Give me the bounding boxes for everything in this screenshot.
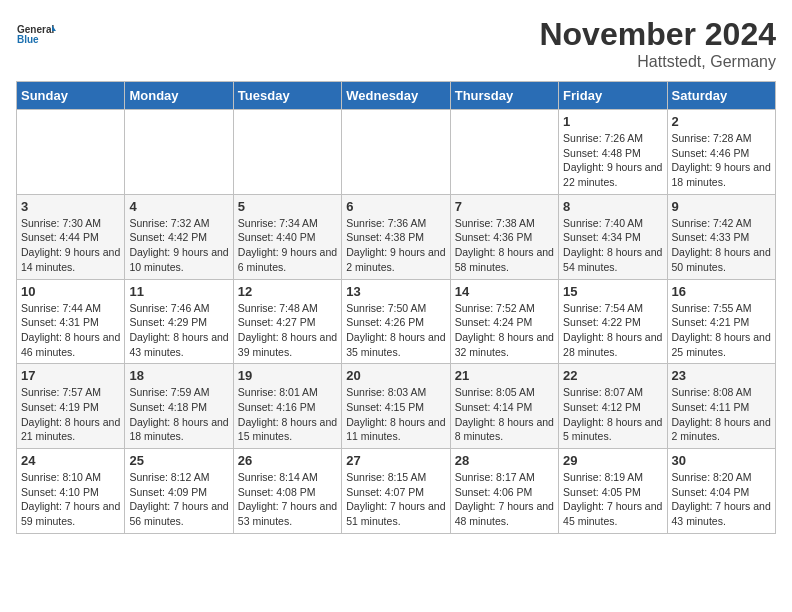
day-number: 28 — [455, 453, 554, 468]
calendar-cell: 5Sunrise: 7:34 AM Sunset: 4:40 PM Daylig… — [233, 194, 341, 279]
svg-text:Blue: Blue — [17, 34, 39, 45]
calendar-cell: 30Sunrise: 8:20 AM Sunset: 4:04 PM Dayli… — [667, 449, 775, 534]
day-number: 7 — [455, 199, 554, 214]
calendar-cell: 15Sunrise: 7:54 AM Sunset: 4:22 PM Dayli… — [559, 279, 667, 364]
calendar-cell: 17Sunrise: 7:57 AM Sunset: 4:19 PM Dayli… — [17, 364, 125, 449]
calendar-cell: 21Sunrise: 8:05 AM Sunset: 4:14 PM Dayli… — [450, 364, 558, 449]
day-info: Sunrise: 7:50 AM Sunset: 4:26 PM Dayligh… — [346, 301, 445, 360]
day-info: Sunrise: 7:26 AM Sunset: 4:48 PM Dayligh… — [563, 131, 662, 190]
day-number: 18 — [129, 368, 228, 383]
day-info: Sunrise: 7:38 AM Sunset: 4:36 PM Dayligh… — [455, 216, 554, 275]
day-info: Sunrise: 8:05 AM Sunset: 4:14 PM Dayligh… — [455, 385, 554, 444]
day-info: Sunrise: 7:42 AM Sunset: 4:33 PM Dayligh… — [672, 216, 771, 275]
day-info: Sunrise: 8:07 AM Sunset: 4:12 PM Dayligh… — [563, 385, 662, 444]
day-number: 17 — [21, 368, 120, 383]
day-info: Sunrise: 7:55 AM Sunset: 4:21 PM Dayligh… — [672, 301, 771, 360]
day-number: 9 — [672, 199, 771, 214]
calendar-cell: 3Sunrise: 7:30 AM Sunset: 4:44 PM Daylig… — [17, 194, 125, 279]
calendar-cell: 6Sunrise: 7:36 AM Sunset: 4:38 PM Daylig… — [342, 194, 450, 279]
month-title: November 2024 — [539, 16, 776, 53]
calendar-cell: 24Sunrise: 8:10 AM Sunset: 4:10 PM Dayli… — [17, 449, 125, 534]
col-header-friday: Friday — [559, 82, 667, 110]
calendar-cell: 23Sunrise: 8:08 AM Sunset: 4:11 PM Dayli… — [667, 364, 775, 449]
calendar-cell — [450, 110, 558, 195]
day-info: Sunrise: 7:32 AM Sunset: 4:42 PM Dayligh… — [129, 216, 228, 275]
day-info: Sunrise: 7:36 AM Sunset: 4:38 PM Dayligh… — [346, 216, 445, 275]
day-info: Sunrise: 8:01 AM Sunset: 4:16 PM Dayligh… — [238, 385, 337, 444]
day-number: 27 — [346, 453, 445, 468]
day-info: Sunrise: 8:03 AM Sunset: 4:15 PM Dayligh… — [346, 385, 445, 444]
day-number: 14 — [455, 284, 554, 299]
day-info: Sunrise: 8:12 AM Sunset: 4:09 PM Dayligh… — [129, 470, 228, 529]
day-info: Sunrise: 8:10 AM Sunset: 4:10 PM Dayligh… — [21, 470, 120, 529]
day-number: 29 — [563, 453, 662, 468]
day-number: 21 — [455, 368, 554, 383]
calendar-cell: 10Sunrise: 7:44 AM Sunset: 4:31 PM Dayli… — [17, 279, 125, 364]
calendar-cell: 4Sunrise: 7:32 AM Sunset: 4:42 PM Daylig… — [125, 194, 233, 279]
day-info: Sunrise: 7:54 AM Sunset: 4:22 PM Dayligh… — [563, 301, 662, 360]
day-info: Sunrise: 7:52 AM Sunset: 4:24 PM Dayligh… — [455, 301, 554, 360]
day-info: Sunrise: 8:14 AM Sunset: 4:08 PM Dayligh… — [238, 470, 337, 529]
day-number: 5 — [238, 199, 337, 214]
day-info: Sunrise: 8:08 AM Sunset: 4:11 PM Dayligh… — [672, 385, 771, 444]
calendar-cell: 16Sunrise: 7:55 AM Sunset: 4:21 PM Dayli… — [667, 279, 775, 364]
calendar-cell: 28Sunrise: 8:17 AM Sunset: 4:06 PM Dayli… — [450, 449, 558, 534]
calendar-cell: 7Sunrise: 7:38 AM Sunset: 4:36 PM Daylig… — [450, 194, 558, 279]
day-number: 15 — [563, 284, 662, 299]
col-header-tuesday: Tuesday — [233, 82, 341, 110]
day-number: 20 — [346, 368, 445, 383]
day-info: Sunrise: 7:48 AM Sunset: 4:27 PM Dayligh… — [238, 301, 337, 360]
calendar-cell: 19Sunrise: 8:01 AM Sunset: 4:16 PM Dayli… — [233, 364, 341, 449]
day-number: 19 — [238, 368, 337, 383]
calendar-cell: 9Sunrise: 7:42 AM Sunset: 4:33 PM Daylig… — [667, 194, 775, 279]
day-info: Sunrise: 7:46 AM Sunset: 4:29 PM Dayligh… — [129, 301, 228, 360]
day-info: Sunrise: 7:34 AM Sunset: 4:40 PM Dayligh… — [238, 216, 337, 275]
day-number: 1 — [563, 114, 662, 129]
col-header-thursday: Thursday — [450, 82, 558, 110]
day-number: 6 — [346, 199, 445, 214]
calendar-cell: 18Sunrise: 7:59 AM Sunset: 4:18 PM Dayli… — [125, 364, 233, 449]
day-info: Sunrise: 8:17 AM Sunset: 4:06 PM Dayligh… — [455, 470, 554, 529]
calendar-cell: 14Sunrise: 7:52 AM Sunset: 4:24 PM Dayli… — [450, 279, 558, 364]
day-info: Sunrise: 7:59 AM Sunset: 4:18 PM Dayligh… — [129, 385, 228, 444]
calendar-cell: 11Sunrise: 7:46 AM Sunset: 4:29 PM Dayli… — [125, 279, 233, 364]
calendar-cell: 2Sunrise: 7:28 AM Sunset: 4:46 PM Daylig… — [667, 110, 775, 195]
day-info: Sunrise: 7:44 AM Sunset: 4:31 PM Dayligh… — [21, 301, 120, 360]
calendar-cell — [125, 110, 233, 195]
calendar-cell: 1Sunrise: 7:26 AM Sunset: 4:48 PM Daylig… — [559, 110, 667, 195]
day-number: 4 — [129, 199, 228, 214]
day-number: 30 — [672, 453, 771, 468]
calendar-cell — [342, 110, 450, 195]
day-info: Sunrise: 8:15 AM Sunset: 4:07 PM Dayligh… — [346, 470, 445, 529]
page-header: General Blue November 2024 Hattstedt, Ge… — [16, 16, 776, 71]
calendar-cell: 29Sunrise: 8:19 AM Sunset: 4:05 PM Dayli… — [559, 449, 667, 534]
calendar-cell: 26Sunrise: 8:14 AM Sunset: 4:08 PM Dayli… — [233, 449, 341, 534]
calendar-cell: 8Sunrise: 7:40 AM Sunset: 4:34 PM Daylig… — [559, 194, 667, 279]
day-number: 22 — [563, 368, 662, 383]
day-number: 26 — [238, 453, 337, 468]
calendar-cell: 13Sunrise: 7:50 AM Sunset: 4:26 PM Dayli… — [342, 279, 450, 364]
day-number: 10 — [21, 284, 120, 299]
day-number: 3 — [21, 199, 120, 214]
calendar-cell — [233, 110, 341, 195]
day-number: 25 — [129, 453, 228, 468]
title-area: November 2024 Hattstedt, Germany — [539, 16, 776, 71]
day-number: 8 — [563, 199, 662, 214]
day-number: 11 — [129, 284, 228, 299]
day-number: 24 — [21, 453, 120, 468]
day-info: Sunrise: 7:57 AM Sunset: 4:19 PM Dayligh… — [21, 385, 120, 444]
location-title: Hattstedt, Germany — [539, 53, 776, 71]
day-info: Sunrise: 8:20 AM Sunset: 4:04 PM Dayligh… — [672, 470, 771, 529]
day-info: Sunrise: 7:30 AM Sunset: 4:44 PM Dayligh… — [21, 216, 120, 275]
calendar-cell: 22Sunrise: 8:07 AM Sunset: 4:12 PM Dayli… — [559, 364, 667, 449]
svg-text:General: General — [17, 24, 54, 35]
calendar-cell: 27Sunrise: 8:15 AM Sunset: 4:07 PM Dayli… — [342, 449, 450, 534]
day-number: 12 — [238, 284, 337, 299]
logo: General Blue — [16, 16, 56, 56]
day-number: 16 — [672, 284, 771, 299]
col-header-saturday: Saturday — [667, 82, 775, 110]
calendar-cell: 20Sunrise: 8:03 AM Sunset: 4:15 PM Dayli… — [342, 364, 450, 449]
col-header-wednesday: Wednesday — [342, 82, 450, 110]
calendar-cell: 12Sunrise: 7:48 AM Sunset: 4:27 PM Dayli… — [233, 279, 341, 364]
col-header-monday: Monday — [125, 82, 233, 110]
